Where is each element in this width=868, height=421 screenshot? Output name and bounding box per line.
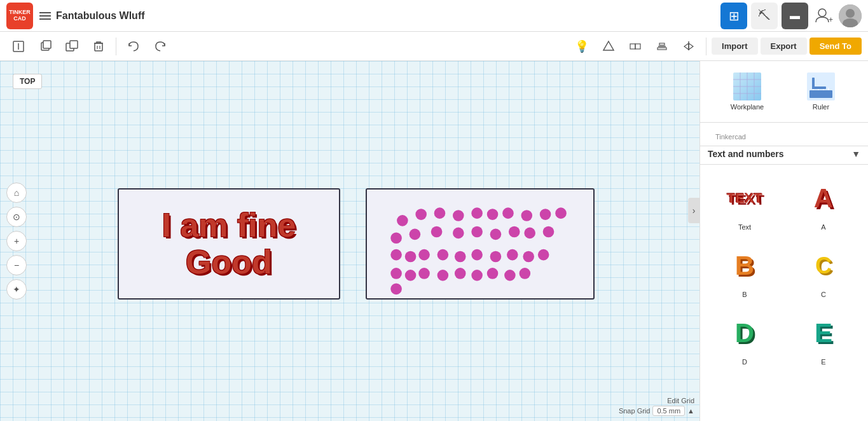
shape-c-label: C (821, 291, 826, 298)
svg-text:+: + (829, 15, 833, 24)
braille-box[interactable] (366, 188, 595, 300)
export-button[interactable]: Export (761, 38, 807, 55)
shape-e-label: E (821, 358, 825, 366)
shape-e[interactable]: E E (787, 307, 860, 369)
shape-b-img: B (719, 244, 770, 288)
duplicate-button[interactable] (60, 34, 84, 59)
build-view-button[interactable]: ⛏ (751, 3, 778, 29)
sidebar: Workplane Ruler (699, 61, 868, 421)
svg-rect-67 (809, 90, 832, 98)
align-icon[interactable] (650, 34, 674, 59)
svg-point-48 (538, 249, 549, 261)
separator-1 (116, 38, 116, 55)
left-controls: ⌂ ⊙ + − ✦ (6, 183, 27, 300)
add-user-button[interactable]: + (812, 4, 835, 27)
box-view-button[interactable]: ▬ (782, 3, 808, 29)
svg-point-0 (818, 9, 826, 17)
group-icon[interactable] (623, 34, 647, 59)
svg-point-55 (487, 268, 499, 279)
svg-rect-10 (70, 41, 78, 48)
shape-text[interactable]: TEXT Text (708, 172, 782, 235)
shape-c-img: C (798, 244, 849, 288)
braille-svg (367, 190, 593, 298)
separator-2 (706, 38, 706, 55)
text-content: I am fine Good (162, 207, 296, 280)
shape-a[interactable]: A A (787, 172, 860, 235)
svg-point-24 (471, 207, 483, 219)
svg-point-56 (504, 270, 516, 281)
import-button[interactable]: Import (712, 38, 757, 55)
category-select[interactable]: Text and numbers (708, 149, 851, 159)
shapes-grid: TEXT Text A A B B C (700, 165, 868, 421)
new-button[interactable] (6, 34, 31, 59)
logo: TINKERCAD (6, 3, 33, 29)
shape-c[interactable]: C C (787, 240, 860, 302)
edit-grid-link[interactable]: Edit Grid (667, 397, 694, 404)
svg-point-37 (524, 228, 535, 239)
svg-rect-15 (635, 44, 640, 49)
svg-rect-11 (95, 43, 102, 51)
copy-button[interactable] (33, 34, 57, 59)
svg-rect-73 (812, 86, 826, 89)
shape-e-img: E (798, 311, 849, 355)
svg-point-26 (502, 207, 514, 219)
category-dropdown-arrow[interactable]: ▼ (851, 149, 860, 159)
svg-point-44 (471, 249, 483, 261)
canvas-area[interactable]: TOP ⌂ ⊙ + − ✦ I am fine Good (0, 61, 699, 421)
svg-point-43 (455, 251, 466, 263)
orbit-button[interactable]: ⊙ (6, 207, 27, 227)
snap-row: Snap Grid 0.5 mm ▲ (619, 406, 694, 416)
svg-point-52 (437, 270, 449, 281)
project-name: Fantabulous Wluff (56, 10, 720, 22)
svg-point-49 (390, 268, 402, 279)
svg-point-25 (487, 209, 499, 220)
workplane-tool[interactable]: Workplane (710, 69, 784, 114)
snap-value[interactable]: 0.5 mm (652, 406, 685, 416)
zoom-out-button[interactable]: − (6, 255, 27, 275)
svg-rect-8 (43, 41, 51, 48)
shape-d[interactable]: D D (708, 307, 782, 369)
mirror-icon[interactable] (677, 34, 701, 59)
light-icon[interactable]: 💡 (570, 34, 594, 59)
redo-button[interactable] (148, 34, 172, 59)
svg-point-41 (418, 249, 430, 261)
settings-button[interactable]: ✦ (6, 279, 27, 300)
shape-text-img: TEXT (719, 176, 770, 221)
svg-point-38 (543, 226, 555, 238)
avatar[interactable] (839, 4, 862, 27)
sidebar-toggle[interactable]: › (688, 198, 699, 223)
svg-rect-14 (630, 44, 635, 49)
view-label: TOP (13, 74, 42, 89)
bottom-info: Edit Grid Snap Grid 0.5 mm ▲ (619, 397, 694, 416)
ruler-tool[interactable]: Ruler (784, 69, 858, 114)
svg-point-20 (397, 215, 408, 226)
svg-point-45 (490, 251, 502, 263)
snap-grid-label: Snap Grid (619, 407, 651, 415)
svg-point-32 (431, 226, 443, 238)
shape-b[interactable]: B B (708, 240, 782, 302)
zoom-in-button[interactable]: + (6, 231, 27, 251)
svg-point-23 (453, 210, 464, 221)
menu-icon[interactable] (39, 12, 51, 20)
svg-point-35 (490, 229, 502, 240)
shape-d-label: D (742, 358, 747, 366)
svg-point-3 (846, 9, 855, 18)
svg-point-50 (405, 270, 417, 281)
svg-rect-17 (659, 43, 665, 45)
svg-point-33 (453, 228, 464, 239)
header: TINKERCAD Fantabulous Wluff ⊞ ⛏ ▬ + (0, 0, 868, 32)
svg-point-22 (434, 207, 446, 219)
main: TOP ⌂ ⊙ + − ✦ I am fine Good (0, 61, 868, 421)
svg-point-34 (471, 226, 483, 238)
grid-view-button[interactable]: ⊞ (720, 3, 747, 29)
delete-button[interactable] (86, 34, 111, 59)
home-button[interactable]: ⌂ (6, 183, 27, 203)
text-box[interactable]: I am fine Good (118, 188, 340, 300)
send-to-button[interactable]: Send To (809, 38, 862, 55)
undo-button[interactable] (121, 34, 146, 59)
snap-arrow[interactable]: ▲ (687, 407, 694, 415)
svg-point-21 (415, 209, 427, 220)
shape-text-label: Text (738, 223, 751, 231)
svg-point-31 (410, 229, 421, 240)
shape-icon[interactable] (596, 34, 621, 59)
